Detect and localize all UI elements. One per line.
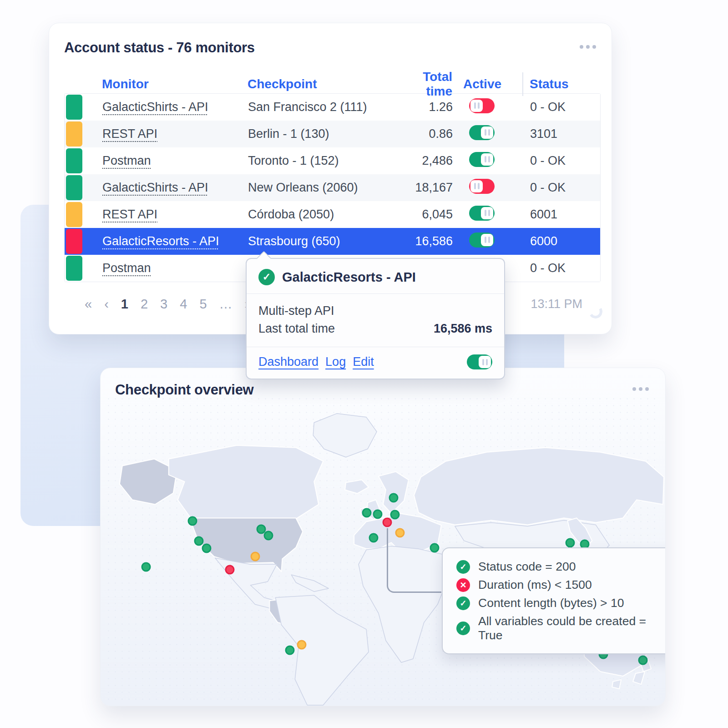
knob-bar	[482, 359, 484, 365]
active-toggle[interactable]	[469, 125, 495, 140]
total-time-value: 16,586	[398, 234, 453, 248]
pagination-item[interactable]: 1	[121, 297, 128, 312]
total-time-value: 2,486	[398, 154, 453, 168]
monitor-link[interactable]: GalacticShirts - API	[102, 181, 248, 195]
checkpoint-marker-ok[interactable]	[389, 493, 399, 503]
assertion-text: Status code = 200	[478, 560, 576, 574]
checkpoint-marker-warn[interactable]	[251, 552, 260, 561]
last-total-time-label: Last total time	[258, 322, 335, 336]
checkpoint-marker-ok[interactable]	[264, 531, 273, 541]
checkpoint-marker-error[interactable]	[225, 565, 235, 575]
checkpoint-marker-ok[interactable]	[390, 510, 400, 520]
assertion-text: All variables could be created = True	[478, 614, 665, 642]
toggle-knob	[479, 356, 491, 368]
checkpoint-marker-ok[interactable]	[285, 646, 295, 655]
checkpoint-marker-ok[interactable]	[362, 508, 372, 518]
pagination-item[interactable]: 5	[199, 297, 207, 312]
monitors-table: GalacticShirts - APISan Francisco 2 (111…	[64, 93, 601, 282]
table-row[interactable]: PostmanToronto - 1 (152)2,4860 - OK	[65, 147, 600, 174]
pagination-item[interactable]: …	[219, 297, 233, 312]
active-toggle[interactable]	[469, 233, 495, 248]
pagination: «‹12345…›»	[85, 297, 268, 312]
table-row[interactable]: REST APIBerlin - 1 (130)0.863101	[65, 121, 600, 147]
status-bar-green	[66, 175, 82, 200]
assertion-row: Status code = 200	[456, 560, 665, 574]
card-menu-button[interactable]	[632, 387, 649, 391]
checkpoint-label: Córdoba (2050)	[248, 207, 398, 222]
checkpoint-marker-ok[interactable]	[430, 543, 440, 553]
status-value: 0 - OK	[530, 261, 600, 275]
checkpoint-marker-ok[interactable]	[142, 562, 151, 572]
active-toggle[interactable]	[467, 354, 492, 369]
table-row[interactable]: REST APICórdoba (2050)6,0456001	[65, 201, 600, 228]
table-row[interactable]: GalacticResorts - APIStrasbourg (650)16,…	[65, 228, 600, 255]
checkpoint-marker-ok[interactable]	[202, 544, 212, 553]
check-icon	[456, 560, 470, 574]
pagination-item[interactable]: ‹	[104, 297, 109, 312]
column-header-checkpoint[interactable]: Checkpoint	[248, 77, 398, 91]
pagination-item[interactable]: 4	[180, 297, 187, 312]
edit-link[interactable]: Edit	[353, 355, 374, 369]
table-row[interactable]: GalacticShirts - APISan Francisco 2 (111…	[65, 94, 600, 121]
toggle-knob	[481, 153, 493, 166]
account-card-title: Account status - 76 monitors	[64, 40, 601, 56]
ellipsis-dot	[645, 387, 649, 391]
knob-bar	[478, 102, 480, 109]
card-menu-button[interactable]	[580, 45, 596, 49]
status-bar-green	[66, 256, 82, 281]
log-link[interactable]: Log	[325, 355, 346, 369]
monitor-link[interactable]: Postman	[102, 154, 248, 168]
checkpoint-marker-ok[interactable]	[566, 538, 575, 548]
total-time-value: 18,167	[398, 181, 453, 195]
checkpoint-label: New Orleans (2060)	[248, 181, 398, 195]
status-value: 0 - OK	[530, 181, 600, 195]
checkpoint-marker-ok[interactable]	[188, 516, 197, 526]
check-icon	[456, 622, 470, 635]
checkpoint-marker-error[interactable]	[383, 518, 392, 527]
status-value: 0 - OK	[530, 154, 600, 168]
assertion-tooltip: Status code = 200Duration (ms) < 1500Con…	[442, 547, 666, 654]
column-header-status[interactable]: Status	[522, 72, 601, 96]
monitor-link[interactable]: REST API	[102, 127, 248, 141]
ellipsis-dot	[632, 387, 636, 391]
pagination-item[interactable]: 2	[141, 297, 148, 312]
total-time-value: 0.86	[398, 127, 453, 141]
active-toggle[interactable]	[469, 152, 495, 167]
monitor-link[interactable]: Postman	[102, 261, 248, 275]
toggle-knob	[481, 234, 493, 246]
checkpoint-marker-warn[interactable]	[297, 640, 307, 650]
checkpoint-card-title: Checkpoint overview	[115, 382, 253, 398]
checkpoint-marker-warn[interactable]	[395, 528, 405, 538]
knob-bar	[486, 359, 488, 365]
assertion-row: All variables could be created = True	[456, 614, 665, 642]
monitor-link[interactable]: REST API	[102, 207, 248, 222]
row-content: REST APICórdoba (2050)6,0456001	[85, 201, 600, 228]
column-header-active[interactable]: Active	[452, 77, 530, 91]
checkpoint-marker-ok[interactable]	[369, 533, 379, 543]
column-header-monitor[interactable]: Monitor	[102, 77, 248, 91]
active-toggle[interactable]	[469, 98, 495, 113]
active-toggle[interactable]	[469, 179, 495, 194]
toggle-knob	[470, 180, 483, 192]
checkpoint-marker-ok[interactable]	[194, 536, 204, 546]
dashboard-link[interactable]: Dashboard	[258, 355, 318, 369]
row-content: GalacticShirts - APISan Francisco 2 (111…	[85, 94, 600, 121]
page: Account status - 76 monitors MonitorChec…	[0, 0, 728, 728]
monitor-link[interactable]: GalacticResorts - API	[102, 234, 248, 248]
pagination-item[interactable]: 3	[160, 297, 167, 312]
check-circle-icon	[258, 269, 275, 285]
table-row[interactable]: GalacticShirts - APINew Orleans (2060)18…	[65, 174, 600, 201]
active-toggle[interactable]	[469, 206, 495, 221]
checkpoint-label: San Francisco 2 (111)	[248, 100, 398, 114]
checkpoint-marker-ok[interactable]	[638, 656, 648, 665]
checkpoint-overview-card: Checkpoint overview	[100, 368, 666, 706]
loading-arc-icon	[587, 303, 604, 320]
row-content: GalacticShirts - APINew Orleans (2060)18…	[85, 174, 600, 201]
monitor-link[interactable]: GalacticShirts - API	[102, 100, 248, 114]
pagination-item[interactable]: «	[85, 297, 92, 312]
tooltip-footer: Dashboard Log Edit	[247, 347, 504, 379]
checkpoint-marker-ok[interactable]	[373, 510, 383, 519]
world-map-svg	[101, 368, 665, 706]
knob-bar	[485, 210, 486, 216]
status-value: 6001	[530, 207, 600, 222]
